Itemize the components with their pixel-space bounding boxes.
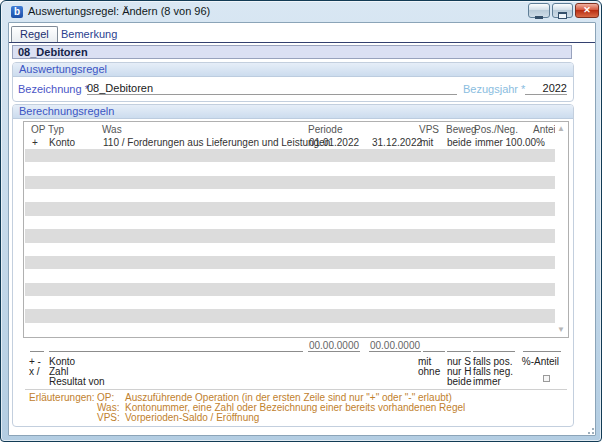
bezugsjahr-label: Bezugsjahr * (463, 83, 525, 95)
cell-pos-neg: immer (475, 137, 503, 148)
legend-typ-3: Resultat von (49, 377, 105, 387)
scroll-up-icon[interactable]: ▲ (556, 125, 566, 133)
legend-notes-divider (25, 389, 567, 390)
table-header-row: OP Typ Was Periode VPS Beweg. Pos./Neg. … (24, 122, 568, 136)
notes-label: Erläuterungen: (29, 393, 95, 403)
tab-regel[interactable]: Regel (11, 26, 58, 42)
maximize-icon (558, 12, 567, 19)
table-empty-row (25, 149, 555, 162)
minimize-button[interactable] (528, 3, 550, 18)
legend-vps-2: ohne (418, 367, 440, 377)
tab-strip-line (9, 42, 595, 43)
table-empty-rows (25, 149, 555, 336)
col-vps: VPS (419, 124, 439, 135)
close-icon: ✕ (583, 5, 591, 15)
table-empty-row (25, 162, 555, 175)
col-periode: Periode (308, 124, 342, 135)
cell-op: + (32, 137, 38, 148)
entry-periode-bis-field[interactable]: 00.00.0000 (369, 339, 421, 352)
table-empty-row (25, 269, 555, 282)
table-empty-row (25, 189, 555, 202)
cell-vps: mit (420, 137, 433, 148)
legend-posneg-3: immer (473, 377, 501, 387)
entry-op-field[interactable] (30, 339, 44, 352)
group-auswertungsregel-title: Auswertungsregel (13, 63, 573, 77)
rule-name-header: 08_Debitoren (12, 45, 572, 59)
cell-typ: Konto (49, 137, 75, 148)
window-title: Auswertungsregel: Ändern (8 von 96) (28, 5, 210, 17)
bezeichnung-label: Bezeichnung * (18, 83, 89, 95)
table-empty-row (25, 243, 555, 256)
note-text-vps: Vorperioden-Saldo / Eröffnung (125, 413, 259, 423)
col-pos-neg: Pos./Neg. (474, 124, 518, 135)
anteil-checkbox[interactable] (543, 375, 550, 382)
entry-vps-field[interactable] (423, 339, 445, 352)
cell-periode-bis: 31.12.2022 (372, 137, 422, 148)
entry-periode-von-field[interactable]: 00.00.0000 (308, 339, 360, 352)
resize-grip[interactable] (584, 424, 594, 434)
note-term-vps: VPS: (97, 413, 120, 423)
scroll-down-icon[interactable]: ▼ (556, 326, 566, 334)
title-bar: b Auswertungsregel: Ändern (8 von 96) ✕ (1, 1, 601, 22)
legend-beweg-3: beide (447, 377, 471, 387)
close-button[interactable]: ✕ (575, 3, 599, 18)
cell-anteil: 100.00% (506, 137, 545, 148)
table-empty-row (25, 309, 555, 322)
col-was: Was (102, 124, 122, 135)
table-empty-row (25, 283, 555, 296)
cell-was: 110 / Forderungen aus Lieferungen und Le… (103, 137, 330, 148)
table-empty-row (25, 176, 555, 189)
bezugsjahr-field[interactable]: 2022 (525, 82, 567, 95)
entry-pos-neg-field[interactable] (473, 339, 515, 352)
col-typ: Typ (48, 124, 64, 135)
maximize-button[interactable] (552, 3, 573, 18)
table-empty-row (25, 202, 555, 215)
cell-beweg: beide (447, 137, 471, 148)
table-empty-row (25, 323, 555, 336)
group-berechnungsregeln-title: Berechnungsregeln (13, 105, 573, 119)
table-empty-row (25, 296, 555, 309)
tab-bemerkung[interactable]: Bemerkung (57, 27, 121, 42)
table-scrollbar: ▲ ▼ (555, 123, 567, 336)
app-icon: b (11, 6, 23, 18)
new-rule-entry-row: 00.00.0000 00.00.0000 (23, 339, 569, 353)
rules-table: OP Typ Was Periode VPS Beweg. Pos./Neg. … (23, 121, 569, 338)
table-empty-row (25, 229, 555, 242)
legend-op-2: x / (29, 367, 40, 377)
cell-periode-von: 01.01.2022 (309, 137, 359, 148)
table-row[interactable]: + Konto 110 / Forderungen aus Lieferunge… (25, 136, 555, 149)
col-op: OP (31, 124, 45, 135)
minimize-icon (535, 16, 543, 19)
window: b Auswertungsregel: Ändern (8 von 96) ✕ … (0, 0, 602, 442)
entry-anteil-field[interactable] (523, 339, 561, 352)
table-empty-row (25, 216, 555, 229)
legend-anteil: %-Anteil (522, 357, 559, 367)
entry-beweg-field[interactable] (447, 339, 471, 352)
table-empty-row (25, 256, 555, 269)
bezeichnung-field[interactable]: 08_Debitoren (87, 82, 457, 95)
entry-was-field[interactable] (49, 339, 303, 352)
